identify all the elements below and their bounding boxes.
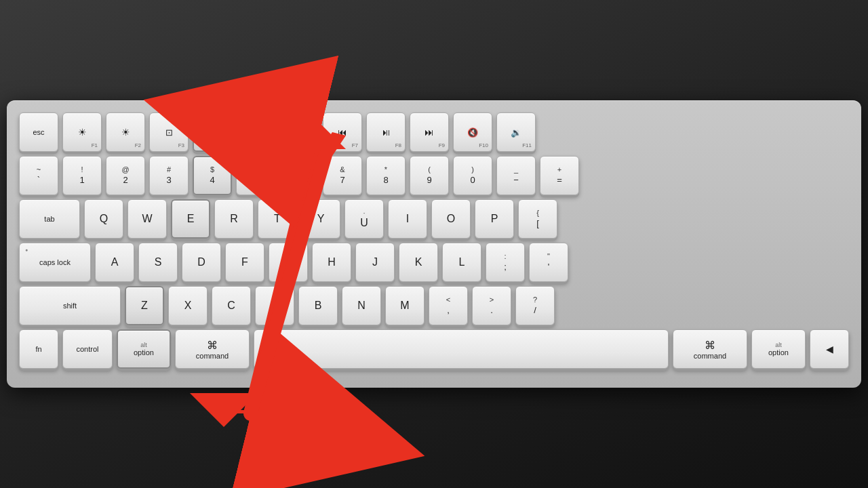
key-d[interactable]: D bbox=[182, 243, 221, 282]
key-2[interactable]: @ 2 bbox=[106, 156, 145, 195]
key-n[interactable]: N bbox=[342, 286, 381, 325]
key-fn[interactable]: fn bbox=[19, 329, 58, 369]
key-f[interactable]: F bbox=[225, 243, 264, 282]
key-icon: ☀ bbox=[78, 127, 87, 138]
key-stack: % 5 bbox=[252, 165, 259, 186]
key-x[interactable]: X bbox=[168, 286, 208, 325]
key-h[interactable]: H bbox=[312, 243, 351, 282]
key-o[interactable]: O bbox=[431, 199, 471, 239]
key-top: : bbox=[504, 252, 506, 261]
key-control[interactable]: control bbox=[62, 329, 113, 369]
key-g[interactable]: G bbox=[269, 243, 308, 282]
key-w[interactable]: W bbox=[127, 199, 167, 239]
key-minus[interactable]: _ − bbox=[496, 156, 536, 195]
key-command-right[interactable]: ⌘ command bbox=[673, 329, 747, 369]
key-period[interactable]: > . bbox=[472, 286, 511, 325]
key-1[interactable]: ! 1 bbox=[62, 156, 102, 195]
key-equals[interactable]: + = bbox=[540, 156, 579, 195]
key-bottom: 6 bbox=[296, 175, 301, 186]
key-bracket-open[interactable]: { [ bbox=[518, 199, 557, 239]
key-e[interactable]: E bbox=[171, 199, 210, 239]
key-7[interactable]: & 7 bbox=[323, 156, 362, 195]
key-stack: ? / bbox=[533, 296, 537, 316]
key-f2[interactable]: ☀ F2 bbox=[106, 113, 145, 152]
key-option-right[interactable]: alt option bbox=[751, 329, 806, 369]
key-5[interactable]: % 5 bbox=[236, 156, 275, 195]
key-u[interactable]: · U bbox=[344, 199, 384, 239]
key-f3[interactable]: ⊡ F3 bbox=[149, 113, 189, 152]
key-label: F bbox=[241, 256, 248, 268]
key-tab[interactable]: tab bbox=[19, 199, 80, 239]
key-b[interactable]: B bbox=[298, 286, 338, 325]
key-slash[interactable]: ? / bbox=[515, 286, 555, 325]
key-quote[interactable]: " ' bbox=[529, 243, 568, 282]
key-label: B bbox=[315, 300, 322, 312]
key-t[interactable]: T bbox=[258, 199, 297, 239]
key-m[interactable]: M bbox=[385, 286, 425, 325]
key-fn-label: F3 bbox=[178, 142, 184, 148]
key-top: $ bbox=[210, 165, 214, 174]
key-4[interactable]: $ 4 bbox=[193, 156, 232, 195]
key-stack: ~ ` bbox=[37, 165, 41, 186]
key-6[interactable]: ^ 6 bbox=[279, 156, 319, 195]
bottom-row: fn control alt option ⌘ command ⌘ comman… bbox=[19, 329, 849, 369]
key-l[interactable]: L bbox=[442, 243, 481, 282]
key-v[interactable]: V bbox=[255, 286, 294, 325]
key-stack: ( 9 bbox=[427, 165, 431, 186]
key-c[interactable]: C bbox=[212, 286, 251, 325]
key-f11[interactable]: 🔉 F11 bbox=[496, 113, 536, 152]
key-icon: ⏮ bbox=[338, 127, 347, 138]
key-q[interactable]: Q bbox=[84, 199, 123, 239]
key-i[interactable]: I bbox=[388, 199, 427, 239]
key-fn-label: F10 bbox=[479, 142, 488, 148]
key-label: V bbox=[271, 300, 279, 312]
key-stack: @ 2 bbox=[121, 165, 129, 186]
key-stack: * 8 bbox=[383, 165, 388, 186]
key-option-left[interactable]: alt option bbox=[117, 329, 171, 369]
qwerty-row: tab Q W E R T Y · U bbox=[19, 199, 849, 239]
key-label: W bbox=[142, 213, 152, 225]
key-fn-label: F8 bbox=[395, 142, 401, 148]
key-8[interactable]: * 8 bbox=[366, 156, 406, 195]
key-label: I bbox=[406, 213, 409, 225]
key-z[interactable]: Z bbox=[125, 286, 164, 325]
key-r[interactable]: R bbox=[214, 199, 254, 239]
key-9[interactable]: ( 9 bbox=[410, 156, 449, 195]
key-k[interactable]: K bbox=[399, 243, 438, 282]
key-esc[interactable]: esc bbox=[19, 113, 58, 152]
number-row: ~ ` ! 1 @ 2 # 3 bbox=[19, 156, 849, 195]
function-row: esc ☀ F1 ☀ F2 ⊡ F3 ⊞⊞ F4 F5 F6 bbox=[19, 113, 849, 152]
key-f10[interactable]: 🔇 F10 bbox=[453, 113, 492, 152]
key-0[interactable]: ) 0 bbox=[453, 156, 492, 195]
key-top: { bbox=[536, 209, 539, 218]
key-3[interactable]: # 3 bbox=[149, 156, 189, 195]
key-j[interactable]: J bbox=[355, 243, 395, 282]
key-s[interactable]: S bbox=[138, 243, 178, 282]
key-f6[interactable]: F6 bbox=[279, 113, 319, 152]
key-label: U bbox=[360, 217, 368, 229]
key-f4[interactable]: ⊞⊞ F4 bbox=[193, 113, 232, 152]
key-bottom: 3 bbox=[166, 175, 171, 186]
key-arrow-left[interactable]: ◀ bbox=[810, 329, 849, 369]
key-shift-left[interactable]: shift bbox=[19, 286, 121, 325]
key-f1[interactable]: ☀ F1 bbox=[62, 113, 102, 152]
key-a[interactable]: A bbox=[95, 243, 134, 282]
key-top: ? bbox=[533, 296, 537, 304]
key-stack: " ' bbox=[547, 252, 550, 272]
key-bottom: ' bbox=[548, 262, 549, 272]
key-f8[interactable]: ⏯ F8 bbox=[366, 113, 406, 152]
key-space[interactable] bbox=[254, 329, 669, 369]
key-caps-lock[interactable]: ● caps lock bbox=[19, 243, 91, 282]
key-command-left[interactable]: ⌘ command bbox=[175, 329, 250, 369]
key-label: J bbox=[372, 256, 378, 268]
key-p[interactable]: P bbox=[475, 199, 514, 239]
key-tilde[interactable]: ~ ` bbox=[19, 156, 58, 195]
key-f9[interactable]: ⏭ F9 bbox=[410, 113, 449, 152]
key-label: option bbox=[134, 348, 154, 357]
key-stack: ! 1 bbox=[79, 165, 84, 186]
key-comma[interactable]: < , bbox=[429, 286, 468, 325]
key-f5[interactable]: F5 bbox=[236, 113, 275, 152]
key-f7[interactable]: ⏮ F7 bbox=[323, 113, 362, 152]
key-semicolon[interactable]: : ; bbox=[486, 243, 525, 282]
key-y[interactable]: Y bbox=[301, 199, 340, 239]
